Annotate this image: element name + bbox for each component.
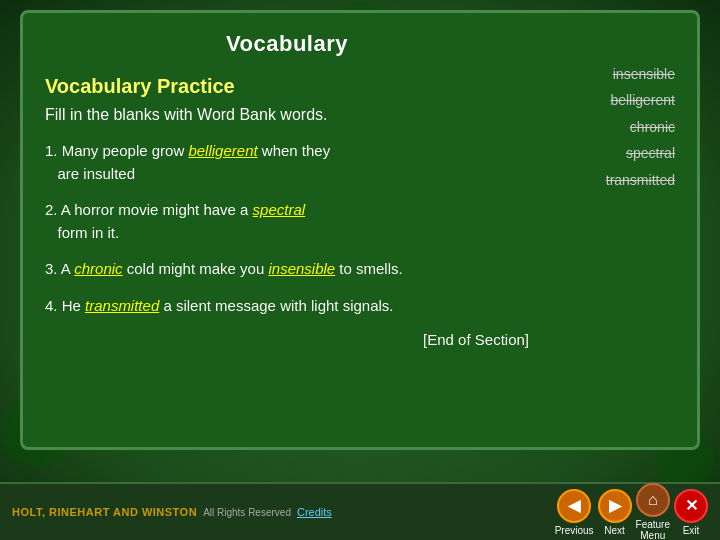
q4-before: 4. He <box>45 297 85 314</box>
q2-answer: spectral <box>253 201 306 218</box>
previous-label: Previous <box>555 525 594 536</box>
q2-before: 2. A horror movie might have a <box>45 201 253 218</box>
question-2: 2. A horror movie might have a spectral … <box>45 199 529 244</box>
main-card: Vocabulary Vocabulary Practice Fill in t… <box>20 10 700 450</box>
next-label: Next <box>604 525 625 536</box>
wb-item-5: transmitted <box>545 169 675 191</box>
wb-item-1: insensible <box>545 63 675 85</box>
wb-item-2: belligerent <box>545 89 675 111</box>
question-1: 1. Many people grow belligerent when the… <box>45 140 529 185</box>
bottom-bar: HOLT, RINEHART AND WINSTON All Rights Re… <box>0 482 720 540</box>
page-title: Vocabulary <box>45 31 529 57</box>
exit-label: Exit <box>683 525 700 536</box>
rights-text: All Rights Reserved <box>203 507 291 518</box>
end-section: [End of Section] <box>45 331 529 348</box>
q1-answer: belligerent <box>188 142 257 159</box>
next-button[interactable]: ▶ Next <box>598 489 632 536</box>
q4-after: a silent message with light signals. <box>163 297 393 314</box>
outer-frame: Vocabulary Vocabulary Practice Fill in t… <box>0 0 720 540</box>
question-4: 4. He transmitted a silent message with … <box>45 295 529 318</box>
exit-circle[interactable]: ✕ <box>674 489 708 523</box>
section-title: Vocabulary Practice <box>45 75 529 98</box>
question-3: 3. A chronic cold might make you insensi… <box>45 258 529 281</box>
previous-button[interactable]: ◀ Previous <box>555 489 594 536</box>
next-circle[interactable]: ▶ <box>598 489 632 523</box>
brand-logo: HOLT, RINEHART AND WINSTON <box>12 506 197 518</box>
q1-number: 1. Many people grow <box>45 142 188 159</box>
feature-menu-button[interactable]: ⌂ FeatureMenu <box>636 483 670 540</box>
q2-after: form in it. <box>45 224 119 241</box>
bottom-left: HOLT, RINEHART AND WINSTON All Rights Re… <box>12 506 332 518</box>
q3-answer1: chronic <box>74 260 122 277</box>
exit-button[interactable]: ✕ Exit <box>674 489 708 536</box>
previous-circle[interactable]: ◀ <box>557 489 591 523</box>
wb-item-4: spectral <box>545 142 675 164</box>
q3-middle: cold might make you <box>127 260 269 277</box>
q3-before: 3. A <box>45 260 74 277</box>
credits-link[interactable]: Credits <box>297 506 332 518</box>
wb-item-3: chronic <box>545 116 675 138</box>
feature-menu-label: FeatureMenu <box>636 519 670 540</box>
feature-menu-circle[interactable]: ⌂ <box>636 483 670 517</box>
word-bank: insensible belligerent chronic spectral … <box>545 31 675 433</box>
q4-answer: transmitted <box>85 297 159 314</box>
content-area: Vocabulary Vocabulary Practice Fill in t… <box>45 31 529 433</box>
instruction: Fill in the blanks with Word Bank words. <box>45 106 529 124</box>
q3-answer2: insensible <box>268 260 335 277</box>
q3-after: to smells. <box>339 260 402 277</box>
nav-buttons: ◀ Previous ▶ Next ⌂ FeatureMenu ✕ Exit <box>555 483 708 540</box>
